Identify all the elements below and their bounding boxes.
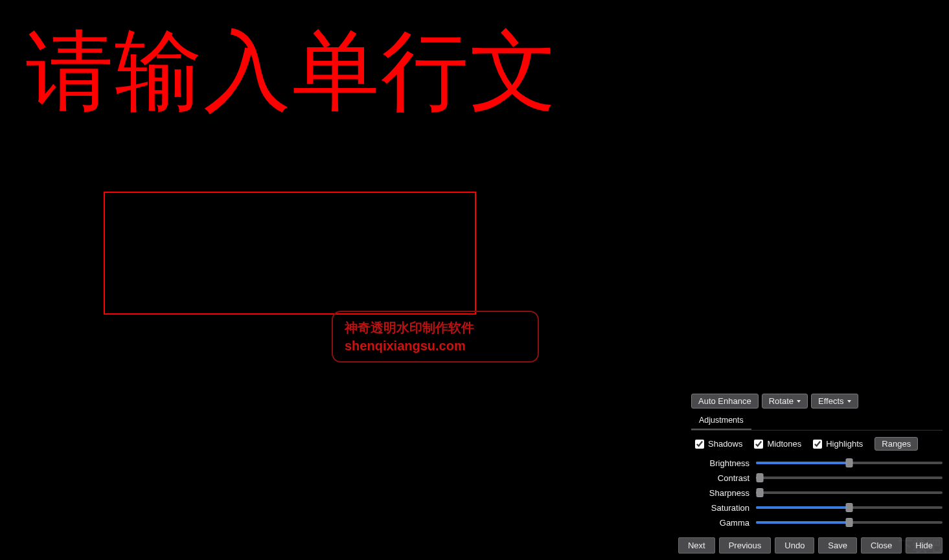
shadows-checkbox[interactable] [695,440,704,449]
undo-button[interactable]: Undo [775,537,814,554]
shadows-label: Shadows [708,439,742,449]
brightness-slider-row: Brightness [691,457,943,469]
ranges-label: Ranges [882,439,911,449]
bottom-button-row: Next Previous Undo Save Close Hide [691,537,943,554]
highlights-checkbox[interactable] [813,440,822,449]
tone-checkboxes-row: Shadows Midtones Highlights Ranges [691,437,943,451]
previous-button[interactable]: Previous [719,537,772,554]
selection-rectangle[interactable] [104,192,476,315]
watermark-line1: 神奇透明水印制作软件 [345,319,538,337]
next-button[interactable]: Next [678,537,715,554]
save-button[interactable]: Save [818,537,857,554]
saturation-label: Saturation [691,503,749,513]
highlights-label: Highlights [826,439,863,449]
midtones-label: Midtones [767,439,801,449]
shadows-checkbox-label[interactable]: Shadows [695,439,742,449]
tab-adjustments[interactable]: Adjustments [691,412,751,430]
auto-enhance-label: Auto Enhance [698,396,751,406]
saturation-slider[interactable] [756,502,943,513]
effects-button[interactable]: Effects [811,394,858,409]
gamma-label: Gamma [691,518,749,528]
effects-label: Effects [818,396,844,406]
highlights-checkbox-label[interactable]: Highlights [813,439,863,449]
ranges-button[interactable]: Ranges [875,437,918,451]
caret-down-icon [797,400,801,403]
panel-top-toolbar: Auto Enhance Rotate Effects [691,394,943,409]
contrast-slider[interactable] [756,472,943,484]
auto-enhance-button[interactable]: Auto Enhance [691,394,759,409]
sharpness-label: Sharpness [691,488,749,498]
midtones-checkbox[interactable] [754,440,763,449]
gamma-slider[interactable] [756,517,943,528]
rotate-button[interactable]: Rotate [762,394,808,409]
saturation-slider-row: Saturation [691,502,943,513]
caret-down-icon [847,400,851,403]
sharpness-slider[interactable] [756,487,943,498]
adjustments-panel: Auto Enhance Rotate Effects Adjustments … [691,394,943,554]
midtones-checkbox-label[interactable]: Midtones [754,439,801,449]
sharpness-slider-row: Sharpness [691,487,943,498]
tab-header: Adjustments [691,412,943,431]
contrast-label: Contrast [691,473,749,483]
gamma-slider-row: Gamma [691,517,943,528]
hide-button[interactable]: Hide [906,537,943,554]
brightness-slider[interactable] [756,457,943,469]
close-button[interactable]: Close [861,537,902,554]
contrast-slider-row: Contrast [691,472,943,484]
canvas-main-text[interactable]: 请输入单行文 [26,13,558,131]
brightness-label: Brightness [691,458,749,468]
watermark-line2: shenqixiangsu.com [345,337,538,355]
rotate-label: Rotate [769,396,794,406]
watermark-stamp: 神奇透明水印制作软件 shenqixiangsu.com [332,311,539,363]
